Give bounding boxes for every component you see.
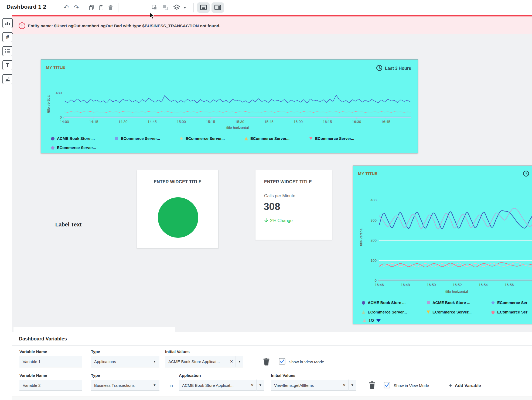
legend-pager: 1/2 [362,318,381,323]
legend-item: ECommerce Server... [115,136,160,141]
page-down-icon[interactable] [376,319,381,322]
clock-icon [376,64,383,73]
dashboard-title: Dashboard 1 2 [6,4,46,10]
type-select[interactable]: Business Transactions▼ [91,380,159,391]
circle-marker-icon [51,137,54,140]
ungroup-icon[interactable] [161,3,170,12]
time-range[interactable]: Last 3 Hours [376,64,411,73]
svg-text:title vertical: title vertical [359,228,363,246]
variable-name-input[interactable]: Variable 2 [19,380,82,391]
svg-text:T: T [6,62,9,68]
widget-title: ENTER WIDGET TITLE [264,180,312,184]
initial-values-label: Initial Values [165,349,190,354]
svg-text:480: 480 [56,91,62,95]
error-banner: Entity name: $UserLogOut.memberLogOut Ba… [12,15,532,35]
chart-widget-icon[interactable] [2,18,13,28]
error-circle-icon [18,22,26,30]
svg-text:title vertical: title vertical [46,95,50,113]
pie-widget[interactable]: ENTER WIDGET TITLE [137,170,219,249]
pie-circle [158,197,198,238]
clear-value-icon[interactable]: ✕ [340,383,348,387]
clock-icon [523,170,530,178]
legend-item: ACME Book Store ... [51,136,95,141]
error-message: Entity name: $UserLogOut.memberLogOut Ba… [28,23,220,28]
panel-right-toggle[interactable] [212,2,224,13]
show-in-view-mode: Show in View Mode [384,382,429,389]
toolbar-divider [59,3,59,12]
svg-text:15:45: 15:45 [264,120,274,124]
metric-value: 308 [264,201,280,212]
timeseries-chart-1: 048014:0014:1514:3014:4515:0015:1515:301… [45,87,415,134]
number-widget-icon[interactable]: # [2,32,13,42]
application-select[interactable]: ACME Book Store Applicat... ✕ ▼ [179,380,264,391]
legend-label: ACME Book Store ... [432,301,470,305]
group-icon[interactable] [150,3,159,12]
timeseries-widget-1[interactable]: MY TITLE Last 3 Hours 048014:0014:1514:3… [41,59,418,153]
svg-text:14:45: 14:45 [148,120,157,124]
legend-label: ECommerce Server... [432,310,472,314]
square-marker-icon [427,301,430,304]
text-widget-icon[interactable]: T [2,60,13,70]
initial-values-select[interactable]: ACME Book Store Applicat... ✕ ▼ [165,356,243,367]
clear-value-icon[interactable]: ✕ [227,359,236,364]
panel-bottom-toggle[interactable] [197,2,210,13]
copy-icon[interactable] [87,3,96,12]
show-in-view-mode: Show in View Mode [279,358,324,365]
legend-item: ACME Book Store ... [427,301,470,305]
metric-change-label: 2% Change [270,218,293,223]
plus-icon: + [449,382,452,389]
list-widget-icon[interactable] [2,46,13,56]
variable-name-input[interactable]: Variable 1 [19,356,82,367]
image-widget-icon[interactable] [2,74,13,84]
initial-values-label: Initial Values [271,373,295,378]
application-label: Application [179,373,201,378]
svg-text:title horizontal: title horizontal [445,289,468,294]
type-label: Type [91,373,100,378]
checkbox-checked-icon[interactable] [279,358,285,365]
pentagon-marker-icon [491,311,495,314]
toolbar-divider [118,3,118,12]
legend-label: ECommerce Server... [315,136,354,141]
chevron-down-icon: ▼ [153,383,156,387]
diamond-marker-icon [491,301,495,305]
chevron-down-icon[interactable]: ▼ [236,360,243,363]
dashboard-variables-panel: Dashboard Variables Variable Name Type I… [12,332,532,400]
layers-caret-icon[interactable] [182,3,187,12]
legend-label: ECommerce Server... [368,310,407,314]
paste-icon[interactable] [97,3,106,12]
checkbox-checked-icon[interactable] [384,382,390,389]
svg-text:16:45: 16:45 [381,120,390,124]
svg-text:16:48: 16:48 [401,283,410,287]
timeseries-chart-2: 010020030040016:4616:4816:5016:5216:5416… [356,187,532,298]
arrow-down-icon [264,218,268,224]
delete-variable-icon[interactable] [369,381,376,390]
legend-item: ECommerce Ser [491,301,527,305]
chevron-down-icon: ▼ [153,360,156,363]
svg-text:14:00: 14:00 [60,120,69,124]
clear-value-icon[interactable]: ✕ [248,383,256,387]
chevron-down-icon[interactable]: ▼ [349,383,356,387]
svg-text:16:56: 16:56 [505,283,514,287]
delete-variable-icon[interactable] [263,358,270,367]
legend-item: ECommerce Server... [309,136,354,141]
timeseries-widget-2[interactable]: MY TITLE 010020030040016:4616:4816:5016:… [353,165,532,324]
page-up-icon[interactable] [362,319,367,322]
metric-change: 2% Change [264,218,293,224]
redo-icon[interactable]: ↷ [72,3,81,12]
time-range[interactable] [523,170,530,178]
type-select[interactable]: Applications▼ [91,356,159,367]
chevron-down-icon[interactable]: ▼ [257,383,264,387]
delete-icon[interactable] [106,3,115,12]
add-variable-button[interactable]: + Add Variable [449,382,481,389]
undo-icon[interactable]: ↶ [62,3,71,12]
top-toolbar: Dashboard 1 2 ↶ ↷ [0,0,532,15]
legend-label: ECommerce Server... [121,136,160,141]
initial-values-select[interactable]: ViewItems.getAllItems ✕ ▼ [271,380,356,391]
label-widget[interactable]: Label Text [55,222,81,228]
layers-icon[interactable] [172,3,181,12]
metric-widget[interactable]: ENTER WIDGET TITLE Calls per Minute 308 … [255,170,332,240]
svg-text:400: 400 [370,198,377,202]
triangle-up-marker-icon [362,311,365,314]
toolbar-divider [228,3,228,12]
svg-text:16:00: 16:00 [294,120,303,124]
